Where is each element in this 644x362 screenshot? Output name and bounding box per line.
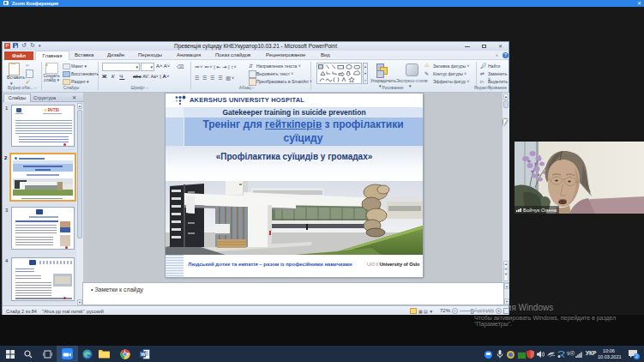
svg-text:Бойчук Олена: Бойчук Олена: [523, 208, 557, 213]
svg-text:W: W: [141, 352, 146, 357]
